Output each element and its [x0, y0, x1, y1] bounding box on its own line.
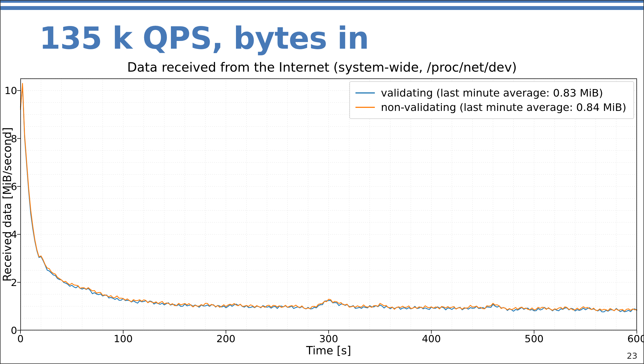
legend-item-validating: validating (last minute average: 0.83 Mi… — [355, 86, 626, 100]
page-number: 23 — [627, 351, 637, 361]
chart-title: Data received from the Internet (system-… — [1, 60, 643, 75]
y-tick-label: 8 — [11, 133, 17, 144]
x-tick-label: 400 — [422, 333, 441, 344]
y-tick-label: 10 — [4, 85, 17, 96]
legend: validating (last minute average: 0.83 Mi… — [349, 81, 634, 119]
y-tick-label: 2 — [11, 277, 17, 288]
top-border-stripe-2 — [1, 6, 643, 10]
x-tick-label: 200 — [216, 333, 235, 344]
legend-label-validating: validating (last minute average: 0.83 Mi… — [381, 87, 603, 99]
legend-label-non-validating: non-validating (last minute average: 0.8… — [381, 101, 626, 113]
legend-item-non-validating: non-validating (last minute average: 0.8… — [355, 100, 626, 115]
x-axis-label: Time [s] — [306, 344, 351, 357]
y-tick-label: 4 — [11, 229, 17, 240]
legend-swatch-validating — [355, 92, 375, 93]
y-axis-label: Received data [MiB/second] — [1, 127, 14, 282]
top-border-stripe — [1, 1, 643, 3]
x-tick-label: 300 — [319, 333, 338, 344]
x-tick-label: 600 — [627, 333, 644, 344]
legend-swatch-non-validating — [355, 107, 375, 108]
chart-area: Received data [MiB/second] Time [s] 0246… — [20, 79, 637, 330]
y-tick-label: 6 — [11, 181, 17, 192]
x-tick-label: 0 — [17, 333, 24, 344]
y-tick-label: 0 — [11, 325, 17, 336]
top-border-gap — [1, 3, 643, 6]
x-tick-label: 100 — [114, 333, 133, 344]
slide-title: 135 k QPS, bytes in — [39, 20, 369, 56]
slide: 135 k QPS, bytes in Data received from t… — [0, 0, 644, 364]
x-tick-label: 500 — [524, 333, 544, 344]
